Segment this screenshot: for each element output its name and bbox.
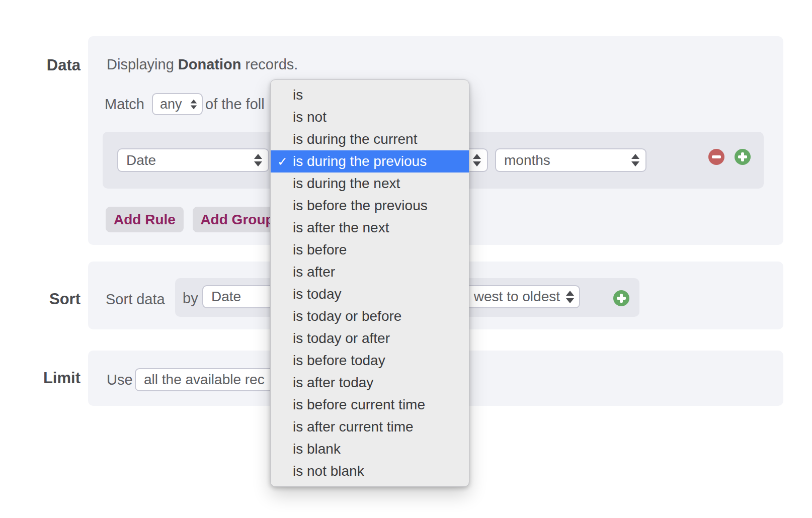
limit-use-label: Use: [107, 371, 133, 388]
add-sort-button[interactable]: [613, 290, 629, 306]
data-section-label: Data: [0, 56, 80, 74]
operator-option[interactable]: is today or before: [271, 305, 469, 327]
displaying-records-text: Displaying Donation records.: [107, 56, 298, 73]
operator-option[interactable]: is during the next: [271, 172, 469, 195]
sort-by-label: by: [183, 290, 198, 307]
operator-option[interactable]: is blank: [271, 438, 469, 460]
operator-option[interactable]: is not: [271, 106, 469, 128]
record-object-name: Donation: [178, 56, 241, 72]
add-group-button[interactable]: Add Group: [193, 207, 282, 232]
operator-option[interactable]: is before today: [271, 350, 469, 372]
operator-option[interactable]: is today: [271, 283, 469, 305]
operator-option[interactable]: is after: [271, 261, 469, 283]
sort-order-value: west to oldest: [474, 289, 560, 305]
rule-field-value: Date: [126, 152, 156, 168]
sort-section-label: Sort: [0, 290, 80, 308]
operator-option-label: is during the next: [293, 176, 400, 191]
operator-option-label: is before: [293, 242, 347, 257]
operator-option-label: is before current time: [293, 397, 425, 412]
stepper-icon: [473, 154, 481, 166]
operator-option-label: is after today: [293, 375, 373, 390]
operator-option[interactable]: ✓is during the previous: [271, 150, 469, 172]
operator-option-label: is before the previous: [293, 198, 428, 213]
operator-option[interactable]: is before current time: [271, 394, 469, 416]
stepper-icon: [191, 99, 197, 109]
rule-field-select[interactable]: Date: [117, 148, 269, 172]
operator-option-label: is after current time: [293, 419, 414, 435]
operator-option-label: is not blank: [293, 463, 364, 479]
operator-option-label: is today or before: [293, 308, 401, 324]
sort-data-text: Sort data: [106, 291, 165, 308]
checkmark-icon: ✓: [277, 150, 288, 172]
limit-records-value: all the available rec: [144, 372, 265, 388]
operator-option[interactable]: is before: [271, 239, 469, 261]
remove-rule-button[interactable]: [708, 149, 724, 165]
add-rule-inline-button[interactable]: [735, 149, 751, 165]
match-select-value: any: [160, 97, 182, 112]
operator-option-label: is before today: [293, 353, 385, 368]
record-filter-page: Data Displaying Donation records. Match …: [0, 0, 812, 518]
operator-option-label: is after: [293, 264, 335, 280]
limit-section-label: Limit: [0, 369, 80, 387]
operator-option[interactable]: is not blank: [271, 460, 469, 482]
match-suffix-text: of the foll: [205, 96, 265, 113]
match-any-select[interactable]: any: [152, 93, 203, 115]
match-label: Match: [105, 96, 144, 113]
add-rule-button[interactable]: Add Rule: [106, 207, 184, 232]
operator-option-label: is not: [293, 109, 327, 125]
operator-option[interactable]: is before the previous: [271, 195, 469, 217]
operator-option-label: is blank: [293, 441, 341, 457]
operator-option-label: is today: [293, 286, 342, 302]
operator-option[interactable]: is: [271, 84, 469, 106]
operator-option[interactable]: is after the next: [271, 217, 469, 239]
rule-units-select[interactable]: months: [495, 148, 646, 172]
operator-option-label: is during the current: [293, 131, 417, 147]
operator-option[interactable]: is after current time: [271, 416, 469, 438]
operator-option-label: is: [293, 87, 303, 103]
sort-field-value: Date: [211, 289, 241, 305]
operator-option-label: is during the previous: [293, 153, 427, 169]
operator-option[interactable]: is during the current: [271, 128, 469, 150]
rule-units-value: months: [504, 152, 550, 168]
operator-dropdown-menu: isis notis during the current✓is during …: [270, 79, 469, 487]
operator-option-label: is today or after: [293, 330, 390, 346]
operator-option-label: is after the next: [293, 220, 389, 235]
operator-option[interactable]: is today or after: [271, 327, 469, 350]
operator-option[interactable]: is after today: [271, 372, 469, 394]
stepper-icon: [631, 154, 639, 166]
displaying-prefix: Displaying: [107, 56, 174, 72]
displaying-suffix: records.: [246, 56, 298, 72]
stepper-icon: [566, 291, 574, 303]
stepper-icon: [254, 154, 262, 166]
